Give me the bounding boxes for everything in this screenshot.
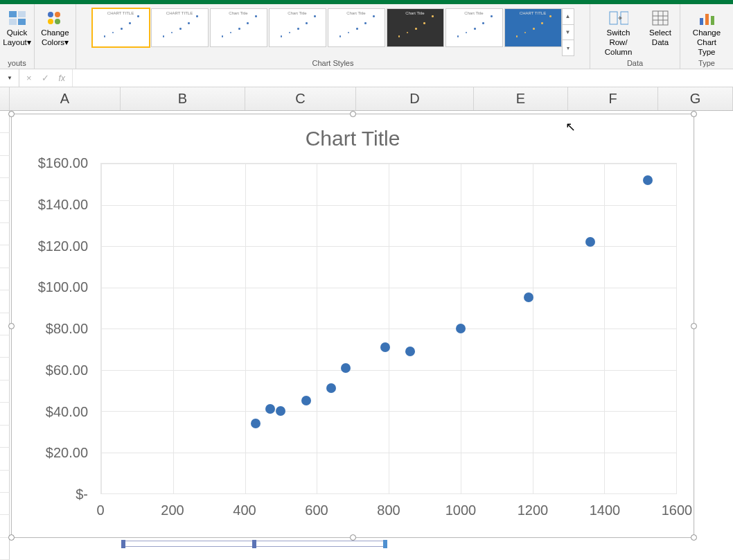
- worksheet[interactable]: Chart Title $-$20.00$40.00$60.00$80.00$1…: [0, 111, 733, 560]
- data-point[interactable]: [251, 419, 260, 428]
- svg-rect-2: [9, 19, 17, 25]
- formula-input[interactable]: [72, 69, 733, 87]
- x-axis[interactable]: 02004006008001000120014001600: [100, 502, 677, 522]
- data-point[interactable]: [276, 406, 285, 416]
- x-tick-label: 1600: [662, 502, 693, 518]
- ribbon-group-colors: Change Colors▾: [35, 4, 76, 69]
- x-tick-label: 400: [233, 502, 256, 518]
- y-tick-label: $140.00: [38, 196, 88, 212]
- chart-style-3[interactable]: Chart Title: [210, 8, 267, 47]
- chart-style-5[interactable]: Chart Title: [328, 8, 385, 47]
- palette-icon: [46, 8, 65, 28]
- data-point[interactable]: [405, 347, 415, 356]
- data-point[interactable]: [643, 175, 653, 185]
- select-data-icon: [651, 8, 670, 28]
- resize-handle[interactable]: [350, 111, 356, 117]
- chart-type-icon: [697, 8, 716, 28]
- chart-style-4[interactable]: Chart Title: [269, 8, 326, 47]
- cancel-icon[interactable]: ×: [26, 73, 32, 83]
- chart-style-7[interactable]: Chart Title: [445, 8, 503, 47]
- svg-point-4: [48, 12, 53, 17]
- data-point[interactable]: [326, 383, 336, 393]
- data-point[interactable]: [380, 342, 390, 352]
- plot-area[interactable]: [100, 163, 677, 494]
- y-tick-label: $60.00: [46, 362, 88, 378]
- data-point[interactable]: [341, 363, 351, 373]
- ribbon-group-label: youts: [0, 59, 34, 67]
- change-chart-type-button[interactable]: Change Chart Type: [683, 7, 730, 58]
- select-all-corner[interactable]: [0, 87, 10, 110]
- ribbon-group-label: Chart Styles: [76, 59, 590, 67]
- svg-rect-8: [610, 12, 617, 24]
- resize-handle[interactable]: [691, 534, 697, 541]
- svg-rect-15: [700, 18, 703, 25]
- resize-handle[interactable]: [8, 111, 15, 117]
- name-box[interactable]: ▼: [0, 69, 19, 87]
- data-point[interactable]: [585, 237, 595, 247]
- svg-rect-3: [18, 19, 26, 25]
- column-headers: A B C D E F G: [0, 87, 733, 111]
- svg-point-5: [55, 12, 60, 17]
- svg-rect-17: [711, 16, 714, 25]
- svg-point-7: [55, 19, 60, 24]
- ribbon-group-layouts: Quick Layout▾ youts: [0, 4, 35, 69]
- y-tick-label: $40.00: [46, 403, 88, 419]
- resize-handle[interactable]: [350, 534, 356, 541]
- column-C[interactable]: C: [245, 87, 356, 110]
- chart-title[interactable]: Chart Title: [12, 114, 694, 150]
- quick-layout-icon: [8, 8, 27, 28]
- svg-rect-0: [9, 11, 17, 17]
- enter-icon[interactable]: ✓: [42, 73, 49, 83]
- embedded-chart[interactable]: Chart Title $-$20.00$40.00$60.00$80.00$1…: [11, 114, 694, 538]
- chart-style-1[interactable]: CHART TITLE: [92, 8, 150, 47]
- ribbon-group-styles: CHART TITLE CHART TITLE Chart Title Char…: [76, 4, 590, 69]
- column-B[interactable]: B: [121, 87, 245, 110]
- y-axis[interactable]: $-$20.00$40.00$60.00$80.00$100.00$120.00…: [12, 163, 95, 494]
- chart-style-8[interactable]: CHART TITLE: [504, 8, 562, 47]
- ribbon-group-label: Data: [590, 59, 680, 67]
- ribbon-group-label: Type: [680, 59, 733, 67]
- column-F[interactable]: F: [568, 87, 658, 110]
- ribbon-group-data: Switch Row/ Column Select Data Data: [590, 4, 680, 69]
- svg-rect-1: [18, 11, 26, 17]
- data-point[interactable]: [456, 324, 466, 333]
- column-A[interactable]: A: [10, 87, 121, 110]
- y-tick-label: $160.00: [38, 155, 88, 171]
- resize-handle[interactable]: [691, 111, 697, 117]
- svg-point-6: [48, 19, 53, 24]
- svg-rect-16: [705, 14, 709, 25]
- resize-handle[interactable]: [691, 323, 697, 329]
- x-tick-label: 600: [305, 502, 328, 518]
- switch-row-column-button[interactable]: Switch Row/ Column: [593, 7, 644, 58]
- ribbon: Quick Layout▾ youts Change Colors▾ CHART…: [0, 4, 733, 69]
- y-tick-label: $80.00: [46, 321, 88, 337]
- data-point[interactable]: [265, 404, 275, 414]
- x-tick-label: 200: [161, 502, 184, 518]
- x-tick-label: 800: [377, 502, 400, 518]
- fx-icon[interactable]: fx: [59, 73, 65, 83]
- x-tick-label: 1000: [445, 502, 477, 518]
- resize-handle[interactable]: [8, 534, 15, 541]
- column-E[interactable]: E: [474, 87, 568, 110]
- switch-icon: [609, 8, 628, 28]
- column-G[interactable]: G: [658, 87, 733, 110]
- ribbon-group-type: Change Chart Type Type: [680, 4, 733, 69]
- data-range-indicator[interactable]: [123, 541, 386, 547]
- chart-style-6[interactable]: Chart Title: [387, 8, 444, 47]
- column-D[interactable]: D: [356, 87, 474, 110]
- formula-bar: ▼ × ✓ fx: [0, 69, 733, 87]
- quick-layout-button[interactable]: Quick Layout▾: [0, 7, 35, 49]
- data-point[interactable]: [524, 292, 533, 302]
- change-colors-button[interactable]: Change Colors▾: [37, 7, 73, 49]
- x-tick-label: 0: [96, 502, 104, 518]
- x-tick-label: 1200: [518, 502, 549, 518]
- svg-rect-10: [653, 11, 668, 25]
- row-gutter: [0, 111, 10, 560]
- chart-style-2[interactable]: CHART TITLE: [151, 8, 209, 47]
- x-tick-label: 1400: [590, 502, 621, 518]
- select-data-button[interactable]: Select Data: [644, 7, 677, 58]
- style-gallery-scroll[interactable]: ▲▼▾: [562, 8, 574, 56]
- data-point[interactable]: [301, 396, 311, 405]
- y-tick-label: $-: [76, 487, 88, 502]
- y-tick-label: $120.00: [38, 238, 88, 254]
